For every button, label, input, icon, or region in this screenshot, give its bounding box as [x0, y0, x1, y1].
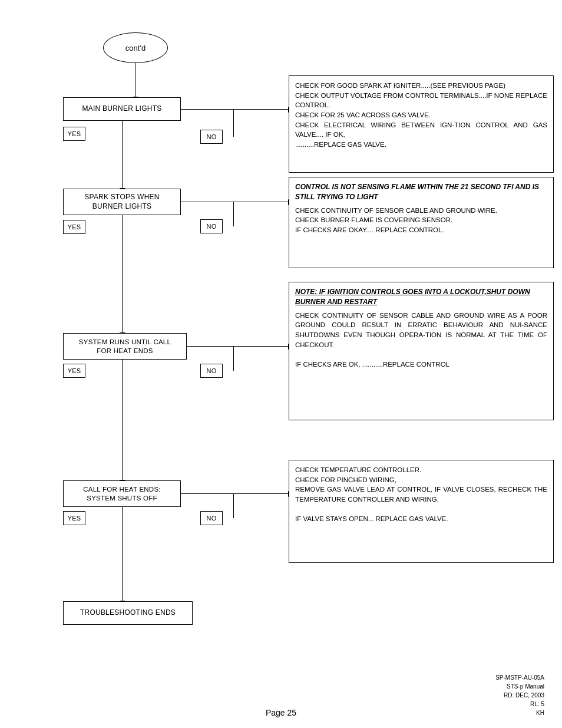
node3-yes-label: YES — [68, 367, 81, 375]
flowchart: cont'd MAIN BURNER LIGHTS NO CHECK FOR G… — [12, 12, 550, 690]
line-node2-no-down — [233, 202, 234, 226]
arrow-node1-to-info1 — [233, 109, 289, 110]
arrow-node4-to-info4 — [233, 493, 289, 494]
info4-box: CHECK TEMPERATURE CONTROLLER. CHECK FOR … — [289, 460, 554, 563]
node2-label: SPARK STOPS WHEN BURNER LIGHTS — [84, 193, 159, 211]
node4-box: CALL FOR HEAT ENDS: SYSTEM SHUTS OFF — [63, 480, 181, 507]
arrow-node3-to-info3 — [233, 346, 289, 347]
node4-yes-box: YES — [63, 511, 85, 525]
node1-yes-box: YES — [63, 127, 85, 141]
node4-no-box: NO — [200, 511, 223, 525]
line-node4-right — [181, 493, 234, 494]
node2-no-box: NO — [200, 219, 223, 233]
node2-no-label: NO — [207, 222, 217, 230]
node1-no-box: NO — [200, 130, 223, 144]
node2-yes-label: YES — [68, 223, 81, 231]
node4-no-label: NO — [207, 514, 217, 522]
arrow-node2-to-info2 — [233, 202, 289, 202]
arrow-node4-to-node5 — [122, 507, 123, 601]
contd-oval: cont'd — [103, 32, 168, 63]
page: cont'd MAIN BURNER LIGHTS NO CHECK FOR G… — [0, 0, 562, 728]
node4-label: CALL FOR HEAT ENDS: SYSTEM SHUTS OFF — [83, 485, 161, 503]
line-node1-no-down — [233, 109, 234, 137]
arrow-node1-to-node2 — [122, 121, 123, 189]
node2-yes-box: YES — [63, 220, 85, 234]
contd-label: cont'd — [125, 44, 146, 52]
node3-yes-box: YES — [63, 364, 85, 378]
info3-heading: NOTE: IF IGNITION CONTROLS GOES INTO A L… — [295, 287, 547, 308]
node2-box: SPARK STOPS WHEN BURNER LIGHTS — [63, 189, 181, 215]
node5-box: TROUBLESHOOTING ENDS — [63, 601, 193, 625]
arrow-contd-to-node1 — [135, 63, 135, 97]
node3-box: SYSTEM RUNS UNTIL CALL FOR HEAT ENDS — [63, 333, 187, 360]
info3-box: NOTE: IF IGNITION CONTROLS GOES INTO A L… — [289, 282, 554, 420]
line-node1-right — [181, 109, 234, 110]
node1-box: MAIN BURNER LIGHTS — [63, 97, 181, 121]
node4-yes-label: YES — [68, 514, 81, 522]
line-node2-right — [181, 202, 234, 202]
node1-label: MAIN BURNER LIGHTS — [82, 104, 161, 114]
info2-heading: CONTROL IS NOT SENSING FLAME WITHIN THE … — [295, 182, 547, 203]
node1-yes-label: YES — [68, 130, 81, 138]
page-footer: Page 25 SP-MSTP-AU-05A STS-p Manual RD: … — [0, 708, 562, 717]
line-node3-right — [187, 346, 234, 347]
info2-text: CHECK CONTINUITY OF SENSOR CABLE AND GRO… — [295, 207, 497, 233]
info4-text: CHECK TEMPERATURE CONTROLLER. CHECK FOR … — [295, 466, 547, 522]
info3-text: CHECK CONTINUITY OF SENSOR CABLE AND GRO… — [295, 312, 547, 368]
line-node3-no-down — [233, 346, 234, 371]
node3-no-label: NO — [207, 367, 217, 375]
node5-label: TROUBLESHOOTING ENDS — [80, 608, 176, 618]
node1-no-label: NO — [207, 133, 217, 141]
page-number: Page 25 — [266, 708, 296, 717]
info1-box: CHECK FOR GOOD SPARK AT IGNITER.....(SEE… — [289, 75, 554, 173]
doc-info: SP-MSTP-AU-05A STS-p Manual RD: DEC, 200… — [495, 673, 544, 717]
arrow-node2-to-node3 — [122, 215, 123, 333]
node3-no-box: NO — [200, 364, 223, 378]
arrow-node3-to-node4 — [122, 360, 123, 480]
line-node4-no-down — [233, 493, 234, 518]
info1-text: CHECK FOR GOOD SPARK AT IGNITER.....(SEE… — [295, 82, 547, 148]
info2-box: CONTROL IS NOT SENSING FLAME WITHIN THE … — [289, 177, 554, 268]
node3-label: SYSTEM RUNS UNTIL CALL FOR HEAT ENDS — [79, 338, 171, 355]
